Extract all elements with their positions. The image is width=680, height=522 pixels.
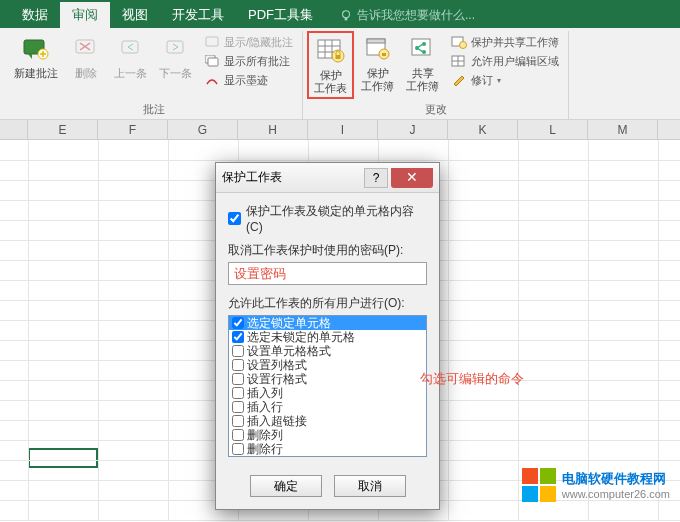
protect-contents-input[interactable]: [228, 212, 241, 225]
toggle-comment-button[interactable]: 显示/隐藏批注: [201, 33, 296, 51]
cancel-button[interactable]: 取消: [334, 475, 406, 497]
col-header[interactable]: I: [308, 120, 378, 139]
svg-rect-9: [208, 58, 218, 66]
col-header[interactable]: F: [98, 120, 168, 139]
dialog-help-button[interactable]: ?: [364, 168, 388, 188]
permission-item[interactable]: 删除行: [229, 442, 426, 456]
ribbon: 新建批注 删除 上一条 下一条 显示/隐藏批注: [0, 28, 680, 120]
allow-edit-label: 允许用户编辑区域: [471, 54, 559, 69]
permission-checkbox[interactable]: [232, 401, 244, 413]
protect-workbook-button[interactable]: 保护 工作簿: [356, 31, 399, 95]
new-comment-icon: [20, 33, 52, 65]
new-comment-button[interactable]: 新建批注: [9, 31, 63, 82]
show-all-icon: [204, 53, 220, 69]
ink-icon: [204, 72, 220, 88]
delete-comment-icon: [70, 33, 102, 65]
watermark-url: www.computer26.com: [562, 488, 670, 500]
protect-sheet-dialog: 保护工作表 ? ✕ 保护工作表及锁定的单元格内容(C) 取消工作表保护时使用的密…: [215, 162, 440, 510]
delete-comment-button[interactable]: 删除: [65, 31, 107, 82]
dialog-close-button[interactable]: ✕: [391, 168, 433, 188]
permission-label: 删除行: [247, 441, 283, 458]
protect-share-button[interactable]: 保护并共享工作簿: [448, 33, 562, 51]
permission-checkbox[interactable]: [232, 345, 244, 357]
password-input[interactable]: [228, 262, 427, 285]
permission-checkbox[interactable]: [232, 317, 244, 329]
protect-sheet-label: 保护 工作表: [314, 69, 347, 95]
col-header[interactable]: G: [168, 120, 238, 139]
toggle-comment-icon: [204, 34, 220, 50]
select-all-corner[interactable]: [0, 120, 28, 139]
watermark-title: 电脑软硬件教程网: [562, 470, 670, 488]
share-workbook-label: 共享 工作簿: [406, 67, 439, 93]
changes-group-label: 更改: [307, 100, 564, 119]
permission-checkbox[interactable]: [232, 331, 244, 343]
permission-checkbox[interactable]: [232, 359, 244, 371]
protect-contents-label: 保护工作表及锁定的单元格内容(C): [246, 203, 427, 234]
svg-point-23: [422, 42, 426, 46]
allow-edit-ranges-button[interactable]: 允许用户编辑区域: [448, 52, 562, 70]
track-changes-icon: [451, 72, 467, 88]
col-header[interactable]: H: [238, 120, 308, 139]
svg-point-26: [460, 42, 467, 49]
share-workbook-button[interactable]: 共享 工作簿: [401, 31, 444, 95]
col-header[interactable]: J: [378, 120, 448, 139]
permissions-list[interactable]: 选定锁定单元格选定未锁定的单元格设置单元格格式设置列格式设置行格式插入列插入行插…: [228, 315, 427, 457]
col-header[interactable]: M: [588, 120, 658, 139]
windows-logo-icon: [522, 468, 556, 502]
prev-comment-button[interactable]: 上一条: [109, 31, 152, 82]
ribbon-group-comments: 新建批注 删除 上一条 下一条 显示/隐藏批注: [5, 31, 303, 119]
dialog-title: 保护工作表: [222, 169, 364, 186]
permission-checkbox[interactable]: [232, 415, 244, 427]
svg-rect-20: [382, 53, 386, 56]
ok-button[interactable]: 确定: [250, 475, 322, 497]
tab-data[interactable]: 数据: [10, 2, 60, 28]
show-all-comments-button[interactable]: 显示所有批注: [201, 52, 296, 70]
next-comment-button[interactable]: 下一条: [154, 31, 197, 82]
svg-point-0: [343, 10, 350, 17]
tell-me-search[interactable]: 告诉我您想要做什么...: [333, 3, 481, 28]
watermark: 电脑软硬件教程网 www.computer26.com: [522, 468, 670, 502]
permission-checkbox[interactable]: [232, 429, 244, 441]
svg-rect-7: [206, 37, 218, 46]
allow-edit-icon: [451, 53, 467, 69]
ribbon-group-changes: 保护 工作表 保护 工作簿 共享 工作簿 保护并共享工作簿 允许用户编辑区域: [303, 31, 569, 119]
col-header[interactable]: E: [28, 120, 98, 139]
comments-group-label: 批注: [9, 100, 298, 119]
protect-share-icon: [451, 34, 467, 50]
tab-view[interactable]: 视图: [110, 2, 160, 28]
permission-checkbox[interactable]: [232, 387, 244, 399]
delete-comment-label: 删除: [75, 67, 97, 80]
tab-pdf[interactable]: PDF工具集: [236, 2, 325, 28]
tell-me-label: 告诉我您想要做什么...: [357, 7, 475, 24]
permission-checkbox[interactable]: [232, 443, 244, 455]
svg-rect-16: [335, 55, 340, 59]
protect-share-label: 保护并共享工作簿: [471, 35, 559, 50]
permission-checkbox[interactable]: [232, 373, 244, 385]
tab-developer[interactable]: 开发工具: [160, 2, 236, 28]
password-label: 取消工作表保护时使用的密码(P):: [228, 242, 427, 259]
track-changes-label: 修订: [471, 73, 493, 88]
show-all-label: 显示所有批注: [224, 54, 290, 69]
active-cell[interactable]: [28, 448, 98, 468]
dialog-titlebar[interactable]: 保护工作表 ? ✕: [216, 163, 439, 193]
svg-rect-21: [412, 39, 430, 55]
svg-point-22: [415, 46, 419, 50]
tab-review[interactable]: 审阅: [60, 2, 110, 28]
allow-list-label: 允许此工作表的所有用户进行(O):: [228, 295, 427, 312]
svg-rect-18: [367, 39, 385, 43]
svg-rect-5: [122, 41, 138, 53]
svg-point-24: [422, 50, 426, 54]
ribbon-tabs: 数据 审阅 视图 开发工具 PDF工具集 告诉我您想要做什么...: [0, 0, 680, 28]
protect-sheet-icon: [315, 35, 347, 67]
show-ink-label: 显示墨迹: [224, 73, 268, 88]
svg-rect-1: [345, 17, 348, 20]
col-header[interactable]: K: [448, 120, 518, 139]
next-comment-icon: [160, 33, 192, 65]
protect-sheet-button[interactable]: 保护 工作表: [307, 31, 354, 99]
protect-contents-checkbox[interactable]: 保护工作表及锁定的单元格内容(C): [228, 203, 427, 234]
column-headers: E F G H I J K L M: [0, 120, 680, 140]
next-comment-label: 下一条: [159, 67, 192, 80]
track-changes-button[interactable]: 修订 ▾: [448, 71, 562, 89]
col-header[interactable]: L: [518, 120, 588, 139]
show-ink-button[interactable]: 显示墨迹: [201, 71, 296, 89]
